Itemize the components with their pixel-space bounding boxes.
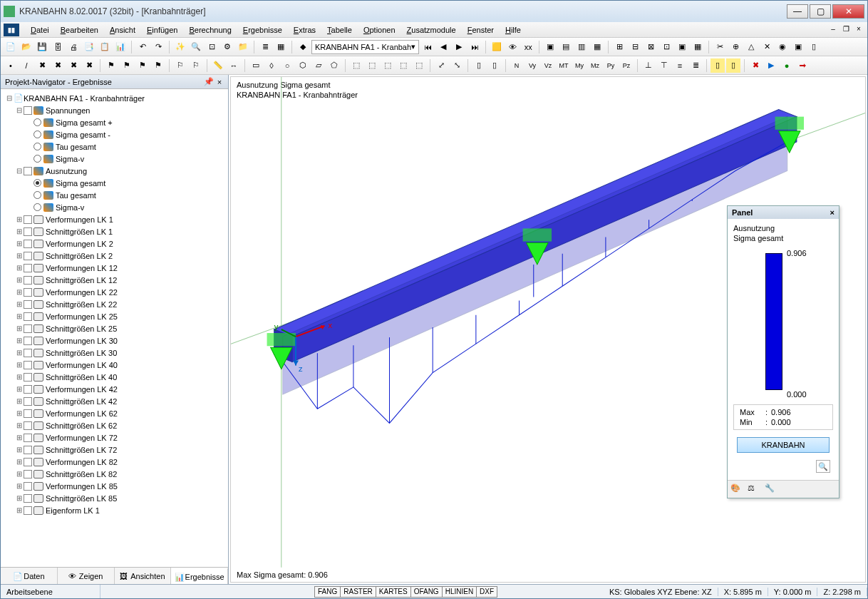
menu-datei[interactable]: Datei [25,24,55,36]
tool-a-icon[interactable]: ✂ [713,40,727,54]
menu-berechnung[interactable]: Berechnung [183,24,237,36]
wand-icon[interactable]: ✨ [173,40,187,54]
calc-icon[interactable]: ⚙ [220,40,234,54]
doc2-icon[interactable]: ▯ [726,58,740,73]
status-btn-ofang[interactable]: OFANG [410,586,443,598]
force-pz-icon[interactable]: Pz [619,58,634,73]
tree-node[interactable]: ⊞Verformungen LK 25 [2,310,227,322]
pin-icon[interactable]: 📌 [204,77,212,86]
iso2-icon[interactable]: ⬚ [365,58,379,73]
blue-arrow-icon[interactable]: ▶ [764,58,778,73]
sel4-icon[interactable]: ⬡ [296,58,310,73]
menu-tabelle[interactable]: Tabelle [321,24,358,36]
mdi-minimize-button[interactable]: – [827,25,839,35]
sel3-icon[interactable]: ○ [280,58,294,73]
menu-bearbeiten[interactable]: Bearbeiten [55,24,104,36]
tree-node[interactable]: ⊞Schnittgrößen LK 1 [2,225,227,237]
support2-icon[interactable]: ⊤ [657,58,671,73]
cross4-icon[interactable]: ✖ [82,58,96,73]
flag2-icon[interactable]: ⚑ [120,58,134,73]
loadcase-combo[interactable]: KRANBAHN FA1 - Kranbah ▾ [311,40,419,54]
tree-node[interactable]: Sigma gesamt [2,177,227,189]
nav-last-icon[interactable]: ⏭ [467,40,482,54]
view-y-icon[interactable]: ⤡ [450,58,464,73]
new-icon[interactable]: 📄 [4,40,18,54]
tree-node[interactable]: ⊞Verformungen LK 1 [2,213,227,225]
tree-node[interactable]: ⊞Schnittgrößen LK 82 [2,468,227,480]
sel2-icon[interactable]: ◊ [264,58,279,73]
status-btn-kartes[interactable]: KARTES [376,586,411,598]
nav-next-icon[interactable]: ▶ [452,40,466,54]
support4-icon[interactable]: ≣ [688,58,703,73]
table-icon[interactable]: ▦ [274,40,288,54]
results-panel[interactable]: Panel × Ausnutzung Sigma gesamt 0.906 0.… [727,205,839,498]
tree-node[interactable]: ⊞Verformungen LK 12 [2,262,227,274]
grid1-icon[interactable]: ⊞ [612,40,626,54]
tree-node[interactable]: Sigma gesamt + [2,116,227,128]
iso3-icon[interactable]: ⬚ [381,58,395,73]
dim-icon[interactable]: ↔ [227,58,241,73]
cut1-icon[interactable]: ▯ [472,58,486,73]
render1-icon[interactable]: ▣ [543,40,557,54]
tree-node[interactable]: ⊞Schnittgrößen LK 12 [2,274,227,286]
report-icon[interactable]: 📊 [113,40,128,54]
tool-d-icon[interactable]: ✕ [760,40,774,54]
folder-icon[interactable]: 📁 [236,40,250,54]
flag5-icon[interactable]: ⚐ [173,58,187,73]
menu-einfügen[interactable]: Einfügen [141,24,183,36]
render2-icon[interactable]: ▤ [559,40,573,54]
save-icon[interactable]: 💾 [35,40,49,54]
tree-node[interactable]: ⊞Verformungen LK 2 [2,237,227,250]
panel-close-icon[interactable]: × [830,208,835,217]
force-mz-icon[interactable]: Mz [588,58,602,73]
mdi-restore-button[interactable]: ❐ [840,25,852,35]
save-all-icon[interactable]: 🗄 [51,40,65,54]
status-btn-fang[interactable]: FANG [314,586,341,598]
grid5-icon[interactable]: ▣ [675,40,689,54]
nav-tab-zeigen[interactable]: 👁Zeigen [58,568,115,584]
menu-optionen[interactable]: Optionen [358,24,401,36]
undo-icon[interactable]: ↶ [135,40,150,54]
tree-node[interactable]: ⊞Schnittgrößen LK 25 [2,322,227,334]
tree-node[interactable]: ⊞Verformungen LK 30 [2,334,227,347]
flag1-icon[interactable]: ⚑ [104,58,118,73]
tree-node[interactable]: ⊞Verformungen LK 72 [2,431,227,444]
red-x-icon[interactable]: ✖ [748,58,763,73]
view-x-icon[interactable]: ⤢ [434,58,448,73]
render4-icon[interactable]: ▦ [590,40,604,54]
grid4-icon[interactable]: ⊡ [659,40,673,54]
tree-node[interactable]: ⊞Schnittgrößen LK 42 [2,395,227,407]
view-values-icon[interactable]: xx [521,40,535,54]
maximize-button[interactable]: ▢ [810,4,831,19]
flag4-icon[interactable]: ⚑ [151,58,165,73]
sel1-icon[interactable]: ▭ [249,58,263,73]
support1-icon[interactable]: ⊥ [641,58,656,73]
filter-icon[interactable]: 🔧 [765,483,777,495]
iso4-icon[interactable]: ⬚ [396,58,410,73]
mdi-close-button[interactable]: × [853,25,864,35]
tree-node[interactable]: ⊞Verformungen LK 40 [2,359,227,371]
close-button[interactable]: ✕ [832,4,864,19]
tool-e-icon[interactable]: ◉ [775,40,790,54]
tree-node[interactable]: ⊞Verformungen LK 85 [2,480,227,492]
support3-icon[interactable]: ≡ [673,58,687,73]
node-icon[interactable]: • [4,58,18,73]
green-dot-icon[interactable]: ● [780,58,794,73]
tree-node[interactable]: Sigma gesamt - [2,128,227,140]
force-vz-icon[interactable]: Vz [541,58,555,73]
panel-zoom-icon[interactable]: 🔍 [816,460,830,473]
force-n-icon[interactable]: N [510,58,524,73]
redo-icon[interactable]: ↷ [151,40,165,54]
tree-node[interactable]: ⊞Schnittgrößen LK 22 [2,298,227,310]
flag3-icon[interactable]: ⚑ [135,58,150,73]
print-icon[interactable]: 🖨 [66,40,81,54]
menu-fenster[interactable]: Fenster [462,24,500,36]
force-py-icon[interactable]: Py [604,58,618,73]
measure-icon[interactable]: 📏 [211,58,225,73]
menu-hilfe[interactable]: Hilfe [500,24,527,36]
grid3-icon[interactable]: ⊠ [644,40,658,54]
menu-ansicht[interactable]: Ansicht [104,24,141,36]
nav-prev-icon[interactable]: ◀ [436,40,450,54]
tree-node[interactable]: Tau gesamt [2,140,227,153]
nav-tab-ansichten[interactable]: 🖼Ansichten [115,568,172,584]
